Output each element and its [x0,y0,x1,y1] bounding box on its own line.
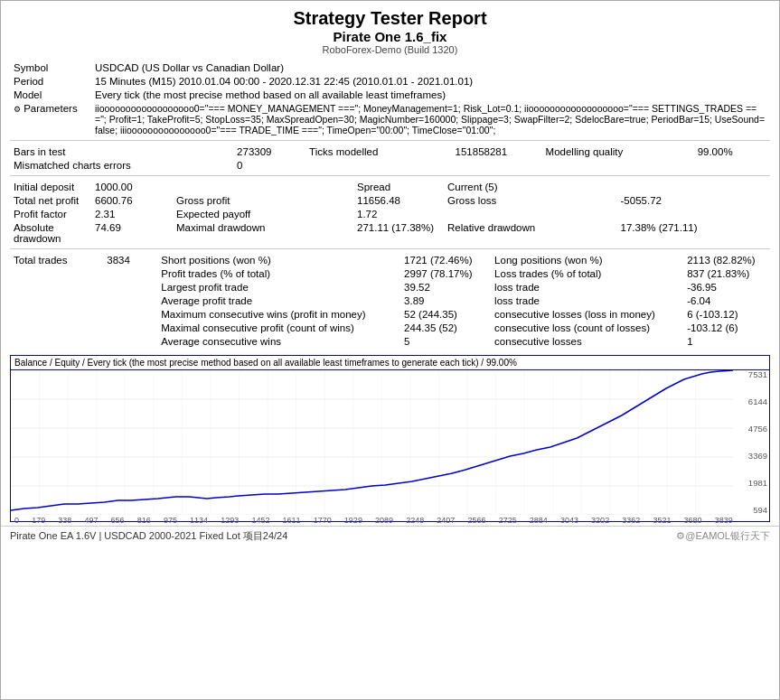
ticks-label: Ticks modelled [305,145,451,158]
parameters-value: iioooooooooooooooooo0="=== MONEY_MANAGEM… [91,101,770,136]
average-row: Average profit trade 3.89 loss trade -6.… [10,294,770,307]
avg-consec-wins-value: 5 [400,334,491,348]
report-body: Symbol USDCAD (US Dollar vs Canadian Dol… [1,57,779,351]
x-label: 656 [111,516,125,525]
net-profit-label: Total net profit [10,193,91,207]
x-label: 3839 [715,516,733,525]
expected-payoff-value: 1.72 [353,207,444,220]
spread-value: Current (5) [444,180,617,193]
gross-profit-value: 11656.48 [353,193,444,207]
footer-right: ⚙@EAMOL银行天下 [676,529,770,543]
gross-profit-label: Gross profit [173,193,353,207]
modelling-value: 99.00% [694,145,770,158]
largest-row: Largest profit trade 39.52 loss trade -3… [10,280,770,294]
x-label: 1770 [314,516,332,525]
divider-1 [10,140,770,141]
sub-title: Pirate One 1.6_fix [37,29,743,44]
abs-drawdown-value: 74.69 [91,220,173,245]
x-label: 2407 [437,516,455,525]
maximal-consec-loss-label: consecutive loss (count of losses) [491,321,683,334]
footer-left: Pirate One EA 1.6V | USDCAD 2000-2021 Fi… [10,529,287,543]
bars-label: Bars in test [10,145,233,158]
abs-drawdown-label: Absolute drawdown [10,220,91,245]
x-label: 1452 [251,516,269,525]
title-bar: Strategy Tester Report Pirate One 1.6_fi… [1,1,779,57]
largest-loss-label: loss trade [491,280,683,294]
period-row: Period 15 Minutes (M15) 2010.01.04 00:00… [10,74,770,88]
y-label-6144: 6144 [737,397,767,406]
x-label: 2248 [406,516,424,525]
loss-trades-label: Loss trades (% of total) [491,266,683,280]
balance-line [11,370,733,510]
loss-trades-value: 837 (21.83%) [683,266,770,280]
average-profit-label: Average profit trade [157,294,400,307]
long-pos-value: 2113 (82.82%) [683,253,770,266]
basic-info-table: Symbol USDCAD (US Dollar vs Canadian Dol… [10,61,770,136]
spread-label: Spread [353,180,444,193]
x-label: 3043 [560,516,578,525]
parameters-row: ⚙ Parameters iioooooooooooooooooo0="=== … [10,101,770,136]
largest-profit-label: Largest profit trade [157,280,400,294]
period-label: Period [10,74,91,88]
profit-trades-value: 2997 (78.17%) [400,266,491,280]
x-label: 816 [137,516,151,525]
y-label-4756: 4756 [737,425,767,434]
symbol-label: Symbol [10,61,91,74]
deposit-value: 1000.00 [91,180,173,193]
avg-consec-losses-label: consecutive losses [491,334,683,348]
x-label: 497 [84,516,98,525]
chart-area: 7531 6144 4756 3369 1981 594 [11,370,769,515]
max-consec-wins-label: Maximum consecutive wins (profit in mone… [157,307,400,321]
symbol-value: USDCAD (US Dollar vs Canadian Dollar) [91,61,770,74]
max-consec-wins-row: Maximum consecutive wins (profit in mone… [10,307,770,321]
max-consec-losses-value: 6 (-103.12) [683,307,770,321]
total-trades-row: Total trades 3834 Short positions (won %… [10,253,770,266]
short-pos-value: 1721 (72.46%) [400,253,491,266]
profit-factor-value: 2.31 [91,207,173,220]
rel-drawdown-value: 17.38% (271.11) [617,220,770,245]
max-consec-losses-label: consecutive losses (loss in money) [491,307,683,321]
divider-3 [10,248,770,249]
bars-value: 273309 [233,145,305,158]
symbol-row: Symbol USDCAD (US Dollar vs Canadian Dol… [10,61,770,74]
bars-row: Bars in test 273309 Ticks modelled 15185… [10,145,770,158]
x-label: 3680 [684,516,702,525]
maximal-consec-row: Maximal consecutive profit (count of win… [10,321,770,334]
model-row: Model Every tick (the most precise metho… [10,88,770,101]
x-axis: 0 179 338 497 656 816 975 1134 1293 1452… [11,515,769,526]
x-label: 3202 [591,516,609,525]
largest-loss-value: -36.95 [683,280,770,294]
avg-consec-wins-label: Average consecutive wins [157,334,400,348]
deposit-row: Initial deposit 1000.00 Spread Current (… [10,180,770,193]
y-label-594: 594 [737,506,767,515]
net-profit-row: Total net profit 6600.76 Gross profit 11… [10,193,770,207]
trades-table: Total trades 3834 Short positions (won %… [10,253,770,348]
mismatch-row: Mismatched charts errors 0 [10,158,770,172]
chart-container: Balance / Equity / Every tick (the most … [10,355,770,522]
modelling-label: Modelling quality [542,145,694,158]
x-label: 1929 [344,516,362,525]
param-icon: ⚙ [14,105,21,114]
x-label: 3521 [653,516,671,525]
expected-payoff-label: Expected payoff [173,207,353,220]
average-consec-row: Average consecutive wins 5 consecutive l… [10,334,770,348]
average-profit-value: 3.89 [400,294,491,307]
rel-drawdown-label: Relative drawdown [444,220,617,245]
profit-trades-label: Profit trades (% of total) [157,266,400,280]
bars-table: Bars in test 273309 Ticks modelled 15185… [10,145,770,172]
maximal-consec-profit-value: 244.35 (52) [400,321,491,334]
y-label-1981: 1981 [737,479,767,488]
average-loss-label: loss trade [491,294,683,307]
x-label: 2566 [467,516,485,525]
footer-bar: Pirate One EA 1.6V | USDCAD 2000-2021 Fi… [1,526,779,546]
profit-factor-label: Profit factor [10,207,91,220]
financial-table: Initial deposit 1000.00 Spread Current (… [10,180,770,245]
divider-2 [10,175,770,176]
window-container: ▶ ✕ Strategy Tester Report Pirate One 1.… [0,0,780,700]
average-loss-value: -6.04 [683,294,770,307]
y-label-3369: 3369 [737,452,767,461]
profit-trades-row: Profit trades (% of total) 2997 (78.17%)… [10,266,770,280]
max-consec-wins-value: 52 (244.35) [400,307,491,321]
x-label: 2884 [530,516,548,525]
maximal-consec-loss-value: -103.12 (6) [683,321,770,334]
